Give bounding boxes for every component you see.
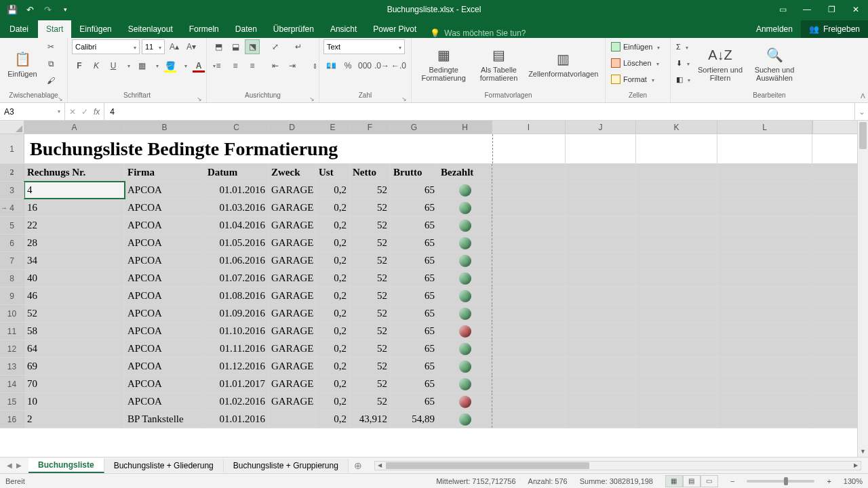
row-header[interactable]: 8 <box>0 270 24 287</box>
align-bottom-icon[interactable]: ⬔ <box>245 39 260 54</box>
font-size-select[interactable]: 11 <box>142 39 165 54</box>
align-center-icon[interactable]: ≡ <box>228 58 243 73</box>
column-header-G[interactable]: G <box>391 121 438 134</box>
tell-me-search[interactable]: 💡 Was möchten Sie tun? <box>425 28 531 38</box>
clear-button[interactable]: ◧ <box>675 72 692 87</box>
column-header-C[interactable]: C <box>205 121 269 134</box>
cell-styles-button[interactable]: ▥Zellenformatvorlagen <box>526 39 601 88</box>
row-header[interactable]: 13 <box>0 358 24 375</box>
paste-button[interactable]: 📋 Einfügen <box>4 39 41 88</box>
table-header[interactable]: Zweck <box>269 164 316 181</box>
underline-dropdown[interactable] <box>123 58 132 73</box>
tab-data[interactable]: Daten <box>227 20 265 38</box>
maximize-icon[interactable]: ❐ <box>819 0 844 19</box>
share-button[interactable]: 👥 Freigeben <box>801 20 868 38</box>
table-cell[interactable]: 28 <box>24 235 125 251</box>
row-header[interactable]: 15 <box>0 393 24 410</box>
expand-formula-bar-icon[interactable]: ⌄ <box>854 103 868 120</box>
table-cell[interactable]: 2 <box>24 411 125 428</box>
orientation-icon[interactable]: ⤢ <box>268 39 283 54</box>
row-header[interactable]: 1 <box>0 134 24 163</box>
hscroll-thumb[interactable] <box>386 462 589 469</box>
zoom-level[interactable]: 130% <box>844 477 863 485</box>
number-format-select[interactable]: Text <box>323 39 405 54</box>
fill-button[interactable]: ⬇ <box>675 56 692 70</box>
row-header[interactable]: 14 <box>0 375 24 392</box>
comma-format-icon[interactable]: 000 <box>357 58 372 73</box>
close-icon[interactable]: ✕ <box>844 0 868 19</box>
column-header-A[interactable]: A <box>24 121 125 134</box>
hscroll-left-icon[interactable]: ◀ <box>375 462 384 470</box>
grid-rows[interactable]: 1Buchungsliste Bedingte Formatierung2Rec… <box>0 134 868 457</box>
format-cells-button[interactable]: Format <box>610 72 661 87</box>
font-name-select[interactable]: Calibri <box>72 39 140 54</box>
table-cell[interactable]: 64 <box>24 340 125 357</box>
row-header[interactable]: 3 <box>0 182 24 199</box>
align-middle-icon[interactable]: ⬓ <box>228 39 243 54</box>
table-cell[interactable]: 52 <box>24 305 125 322</box>
table-cell[interactable]: 4 <box>24 182 125 199</box>
column-header-I[interactable]: I <box>492 121 566 134</box>
table-cell[interactable]: 46 <box>24 287 125 304</box>
borders-dropdown[interactable] <box>151 58 161 73</box>
sheet-tab-2[interactable]: Buchungsliste + Gliederung <box>104 459 224 472</box>
table-cell[interactable]: 40 <box>24 270 125 287</box>
row-header[interactable]: 9 <box>0 287 24 304</box>
align-right-icon[interactable]: ≡ <box>245 58 260 73</box>
row-header[interactable]: 11 <box>0 323 24 340</box>
italic-button[interactable]: K <box>89 58 104 73</box>
sort-filter-button[interactable]: A↓ZSortieren und Filtern <box>694 39 746 88</box>
fx-icon[interactable]: fx <box>94 107 100 117</box>
indent-decrease-icon[interactable]: ⇤ <box>268 58 283 73</box>
insert-cells-button[interactable]: Einfügen <box>610 39 661 54</box>
tab-powerpivot[interactable]: Power Pivot <box>365 20 425 38</box>
font-dialog-icon[interactable]: ↘ <box>197 96 202 102</box>
redo-icon[interactable]: ↷ <box>39 1 56 18</box>
column-header-F[interactable]: F <box>350 121 391 134</box>
select-all-corner[interactable] <box>0 121 24 134</box>
table-header[interactable]: Netto <box>350 164 391 181</box>
clipboard-dialog-icon[interactable]: ↘ <box>58 96 63 102</box>
table-header[interactable]: Datum <box>205 164 269 181</box>
hscroll-right-icon[interactable]: ▶ <box>851 462 861 470</box>
percent-format-icon[interactable]: % <box>340 58 355 73</box>
tab-review[interactable]: Überprüfen <box>265 20 322 38</box>
table-cell[interactable]: 58 <box>24 323 125 340</box>
column-header-K[interactable]: K <box>636 121 717 134</box>
new-sheet-icon[interactable]: ⊕ <box>349 460 368 471</box>
cut-icon[interactable]: ✂ <box>43 39 58 54</box>
fill-color-dropdown[interactable] <box>180 58 189 73</box>
tab-formulas[interactable]: Formeln <box>181 20 227 38</box>
row-header[interactable]: 5 <box>0 217 24 234</box>
tab-scroll-right-icon[interactable]: ▶ <box>16 462 22 469</box>
tab-scroll-left-icon[interactable]: ◀ <box>7 462 12 469</box>
tab-view[interactable]: Ansicht <box>322 20 365 38</box>
column-header-J[interactable]: J <box>566 121 636 134</box>
table-cell[interactable]: 70 <box>24 375 125 392</box>
bold-button[interactable]: F <box>72 58 87 73</box>
table-header[interactable]: Firma <box>125 164 205 181</box>
column-header-L[interactable]: L <box>717 121 812 134</box>
align-left-icon[interactable]: ≡ <box>211 58 226 73</box>
table-header[interactable]: Bezahlt <box>438 164 492 181</box>
tab-home[interactable]: Start <box>38 20 71 38</box>
row-header[interactable]: 16 <box>0 411 24 428</box>
alignment-dialog-icon[interactable]: ↘ <box>309 96 315 102</box>
copy-icon[interactable]: ⧉ <box>43 56 58 71</box>
vertical-scrollbar[interactable]: ▲ ▼ <box>857 121 868 457</box>
row-header[interactable]: 2 <box>0 164 24 181</box>
sheet-tab-active[interactable]: Buchungsliste <box>28 458 104 473</box>
table-header[interactable]: Ust <box>316 164 350 181</box>
column-header-H[interactable]: H <box>438 121 492 134</box>
scroll-thumb[interactable] <box>859 122 867 149</box>
table-cell[interactable]: 22 <box>24 217 125 234</box>
zoom-slider[interactable] <box>747 480 814 483</box>
formula-input[interactable]: 4 <box>104 103 854 120</box>
format-as-table-button[interactable]: ▤Als Tabelle formatieren <box>474 39 523 88</box>
row-header[interactable]: 10 <box>0 305 24 322</box>
decrease-decimal-icon[interactable]: ←.0 <box>391 58 406 73</box>
tab-insert[interactable]: Einfügen <box>71 20 119 38</box>
minimize-icon[interactable]: — <box>795 0 819 19</box>
table-cell[interactable]: 69 <box>24 358 125 375</box>
zoom-in-icon[interactable]: + <box>827 477 831 485</box>
